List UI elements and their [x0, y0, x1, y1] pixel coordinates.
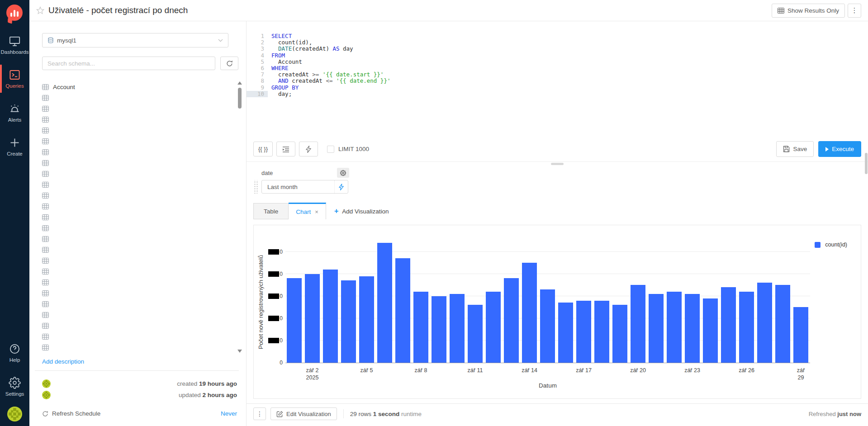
bar[interactable] — [685, 294, 700, 363]
refresh-schedule-value-link[interactable]: Never — [221, 410, 237, 417]
table-row[interactable] — [42, 342, 246, 352]
show-results-only-button[interactable]: Show Results Only — [772, 4, 845, 18]
bar[interactable] — [504, 278, 519, 363]
table-row[interactable] — [42, 136, 246, 147]
table-row[interactable] — [42, 103, 246, 114]
nav-item-settings[interactable]: Settings — [5, 377, 24, 397]
refresh-schedule-label[interactable]: Refresh Schedule — [52, 410, 100, 417]
table-row[interactable] — [42, 277, 246, 288]
bar[interactable] — [377, 243, 392, 363]
add-visualization-button[interactable]: + Add Visualization — [326, 203, 397, 219]
dynamic-value-icon[interactable] — [334, 180, 348, 193]
table-row[interactable] — [42, 168, 246, 179]
scroll-thumb[interactable] — [238, 88, 242, 109]
tab-table[interactable]: Table — [253, 203, 289, 219]
tab-chart[interactable]: Chart × — [289, 203, 326, 219]
bar[interactable] — [739, 292, 754, 363]
table-row[interactable] — [42, 288, 246, 298]
bar[interactable] — [540, 289, 555, 363]
bar[interactable] — [631, 285, 645, 363]
autocomplete-toggle-button[interactable] — [299, 142, 318, 156]
bar[interactable] — [612, 305, 627, 363]
bar[interactable] — [649, 294, 664, 363]
limit-1000-control[interactable]: LIMIT 1000 — [327, 146, 369, 153]
nav-item-queries[interactable]: Queries — [0, 69, 29, 89]
table-row[interactable] — [42, 212, 246, 222]
schema-search-input[interactable] — [42, 57, 215, 70]
table-row[interactable]: Account — [42, 81, 246, 92]
user-avatar[interactable] — [7, 407, 22, 421]
bar[interactable] — [323, 270, 338, 363]
nav-item-dashboards[interactable]: Dashboards — [0, 36, 29, 55]
bar[interactable] — [522, 263, 537, 363]
mustache-button[interactable]: {{ }} — [253, 142, 273, 156]
bar[interactable] — [576, 301, 591, 363]
table-row[interactable] — [42, 298, 246, 309]
table-row[interactable] — [42, 331, 246, 342]
bar[interactable] — [667, 292, 682, 363]
table-row[interactable] — [42, 114, 246, 125]
edit-visualization-button[interactable]: Edit Visualization — [270, 407, 337, 420]
table-row[interactable] — [42, 244, 246, 255]
param-settings-button[interactable] — [337, 168, 349, 178]
datasource-select[interactable]: mysql1 — [42, 33, 228, 47]
bar[interactable] — [395, 258, 410, 363]
bar[interactable] — [450, 294, 465, 363]
chart-legend[interactable]: count(id) — [815, 241, 847, 248]
sql-editor[interactable]: 1SELECT2 count(id),3 DATE(createdAt) AS … — [247, 21, 868, 137]
bar[interactable] — [775, 285, 790, 363]
execute-button[interactable]: Execute — [818, 141, 861, 157]
bar[interactable] — [432, 296, 446, 363]
window-scrollbar-thumb[interactable] — [865, 153, 868, 174]
add-description-link[interactable]: Add description — [42, 358, 84, 365]
y-tick-zero: 0 — [280, 360, 283, 366]
nav-item-create[interactable]: Create — [0, 137, 29, 156]
bar[interactable] — [703, 298, 718, 363]
table-row[interactable] — [42, 147, 246, 157]
header-menu-button[interactable]: ⋮ — [848, 4, 861, 18]
table-row[interactable] — [42, 222, 246, 233]
nav-item-alerts[interactable]: Alerts — [0, 103, 29, 123]
redash-logo[interactable] — [6, 5, 24, 22]
limit-checkbox[interactable] — [327, 146, 334, 153]
schema-table-list: Account — [42, 81, 246, 352]
bar[interactable] — [594, 301, 609, 363]
created-row: created 19 hours ago — [42, 378, 237, 389]
table-row[interactable] — [42, 179, 246, 190]
schema-refresh-button[interactable] — [220, 57, 238, 70]
table-row[interactable] — [42, 320, 246, 331]
param-value-input[interactable]: Last month — [261, 180, 348, 194]
table-row[interactable] — [42, 266, 246, 277]
avatar[interactable] — [42, 379, 51, 388]
scroll-down-icon[interactable] — [237, 350, 242, 353]
nav-item-help[interactable]: Help — [5, 343, 24, 363]
table-row[interactable] — [42, 190, 246, 201]
bar[interactable] — [486, 292, 501, 363]
bar[interactable] — [359, 276, 374, 363]
bar[interactable] — [305, 274, 320, 363]
bar[interactable] — [287, 278, 302, 363]
scroll-up-icon[interactable] — [237, 81, 242, 85]
bar[interactable] — [721, 287, 736, 363]
table-row[interactable] — [42, 309, 246, 320]
tab-close-icon[interactable]: × — [315, 208, 318, 215]
param-drag-handle[interactable] — [253, 180, 258, 194]
bar[interactable] — [793, 307, 808, 363]
bar[interactable] — [341, 280, 356, 363]
table-row[interactable] — [42, 125, 246, 136]
bar[interactable] — [468, 305, 483, 363]
format-query-button[interactable] — [276, 142, 295, 156]
results-menu-button[interactable]: ⋮ — [253, 407, 266, 420]
table-row[interactable] — [42, 233, 246, 244]
bar[interactable] — [413, 292, 428, 363]
schema-scrollbar[interactable] — [237, 81, 242, 353]
table-row[interactable] — [42, 92, 246, 103]
bar[interactable] — [757, 283, 772, 363]
favorite-star-icon[interactable] — [36, 6, 44, 14]
bar[interactable] — [558, 303, 573, 363]
save-button[interactable]: Save — [776, 141, 814, 157]
avatar[interactable] — [42, 391, 51, 399]
table-row[interactable] — [42, 255, 246, 266]
table-row[interactable] — [42, 201, 246, 212]
table-row[interactable] — [42, 157, 246, 168]
